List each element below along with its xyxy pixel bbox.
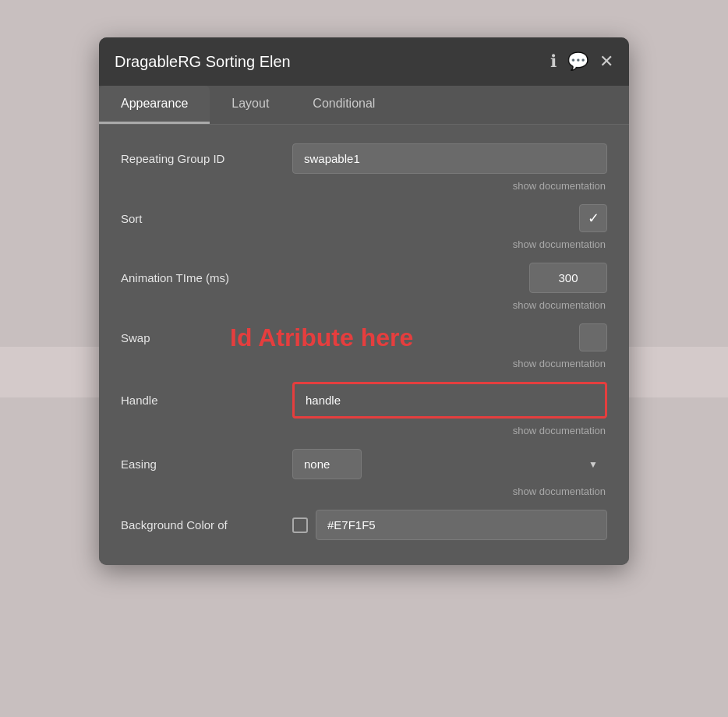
easing-select-wrapper: none linear ease ease-in ease-out [292, 449, 607, 479]
background-color-row: Background Color of [121, 510, 607, 540]
easing-row: Easing none linear ease ease-in ease-out [121, 449, 607, 479]
easing-select[interactable]: none linear ease ease-in ease-out [292, 449, 362, 479]
background-color-checkbox[interactable] [292, 517, 308, 533]
tabs-bar: Appearance Layout Conditional [99, 86, 629, 125]
chat-icon[interactable]: 💬 [567, 51, 588, 72]
sort-doc-link[interactable]: show documentation [513, 238, 606, 250]
animation-time-doc-link[interactable]: show documentation [513, 299, 606, 311]
repeating-group-id-row: Repeating Group ID [121, 143, 607, 174]
dialog-title: DragableRG Sorting Elen [115, 53, 291, 71]
swap-row: Swap Id Atribute here [121, 323, 607, 351]
tab-layout[interactable]: Layout [210, 86, 291, 124]
repeating-group-id-input[interactable] [292, 143, 607, 174]
repeating-group-id-label: Repeating Group ID [121, 152, 292, 165]
handle-input-wrapper [292, 382, 607, 419]
handle-label: Handle [121, 394, 292, 407]
swap-doc: show documentation [121, 358, 607, 369]
easing-doc-link[interactable]: show documentation [513, 486, 606, 497]
animation-time-label: Animation TIme (ms) [121, 271, 292, 284]
sort-row: Sort ✓ [121, 204, 607, 232]
swap-checkbox[interactable] [579, 323, 607, 351]
animation-time-input[interactable] [529, 263, 607, 293]
handle-input[interactable] [292, 382, 607, 419]
sort-doc: show documentation [121, 238, 607, 250]
info-icon[interactable]: ℹ [550, 51, 557, 72]
color-row [292, 510, 607, 540]
title-icons: ℹ 💬 ✕ [550, 51, 613, 72]
animation-time-row: Animation TIme (ms) [121, 263, 607, 293]
dialog: DragableRG Sorting Elen ℹ 💬 ✕ Appearance… [99, 37, 629, 565]
tab-appearance[interactable]: Appearance [99, 86, 210, 124]
repeating-group-id-doc: show documentation [121, 180, 607, 192]
animation-time-doc: show documentation [121, 299, 607, 311]
content-area: Repeating Group ID show documentation So… [99, 125, 629, 565]
tab-conditional[interactable]: Conditional [291, 86, 397, 124]
sort-label: Sort [121, 212, 292, 225]
background-color-input[interactable] [316, 510, 607, 540]
easing-label: Easing [121, 457, 292, 471]
handle-doc: show documentation [121, 425, 607, 436]
swap-label: Swap [121, 331, 292, 344]
close-icon[interactable]: ✕ [599, 51, 613, 72]
sort-checkbox[interactable]: ✓ [579, 204, 607, 232]
easing-doc: show documentation [121, 486, 607, 497]
background-color-label: Background Color of [121, 518, 292, 532]
swap-doc-link[interactable]: show documentation [513, 358, 606, 369]
title-bar: DragableRG Sorting Elen ℹ 💬 ✕ [99, 37, 629, 86]
repeating-group-id-doc-link[interactable]: show documentation [513, 180, 606, 192]
handle-row: Handle [121, 382, 607, 419]
handle-doc-link[interactable]: show documentation [513, 425, 606, 436]
